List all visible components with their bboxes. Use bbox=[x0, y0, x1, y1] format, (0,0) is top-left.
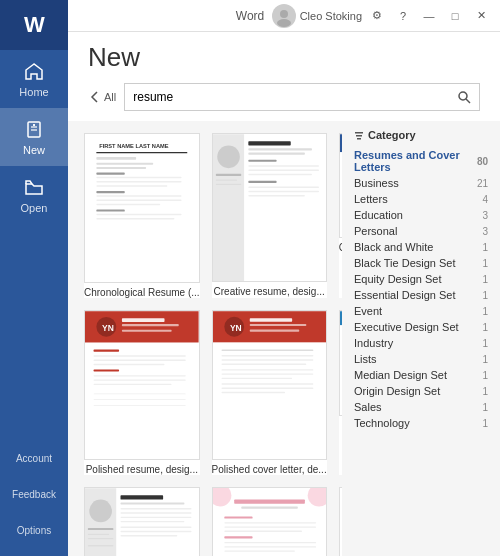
svg-rect-40 bbox=[248, 187, 319, 188]
svg-rect-31 bbox=[215, 184, 240, 185]
search-bar: All bbox=[88, 83, 480, 111]
category-item-event[interactable]: Event 1 bbox=[354, 303, 488, 319]
svg-rect-80 bbox=[249, 324, 306, 326]
svg-rect-34 bbox=[248, 153, 305, 155]
category-item-median[interactable]: Median Design Set 1 bbox=[354, 367, 488, 383]
svg-rect-32 bbox=[248, 141, 290, 145]
svg-rect-91 bbox=[221, 392, 285, 393]
template-card[interactable]: YN bbox=[212, 310, 327, 475]
svg-point-6 bbox=[277, 19, 291, 27]
page-header: New All bbox=[68, 32, 500, 121]
category-item-lists[interactable]: Lists 1 bbox=[354, 351, 488, 367]
svg-rect-130 bbox=[224, 522, 316, 523]
svg-rect-81 bbox=[249, 330, 298, 332]
template-name: Polished cover letter, de... bbox=[212, 464, 327, 475]
svg-rect-18 bbox=[96, 185, 167, 186]
category-name: Technology bbox=[354, 417, 410, 429]
back-button[interactable]: All bbox=[88, 90, 116, 104]
category-count: 1 bbox=[482, 386, 488, 397]
category-item-resumes[interactable]: Resumes and Cover Letters 80 bbox=[354, 147, 488, 175]
category-count: 1 bbox=[482, 258, 488, 269]
svg-rect-14 bbox=[96, 167, 146, 169]
user-avatar[interactable] bbox=[272, 4, 296, 28]
category-item-essential[interactable]: Essential Design Set 1 bbox=[354, 287, 488, 303]
svg-rect-39 bbox=[248, 181, 276, 183]
svg-rect-66 bbox=[94, 360, 186, 361]
template-thumbnail bbox=[84, 487, 200, 556]
template-thumbnail bbox=[212, 133, 327, 282]
category-item-origin[interactable]: Origin Design Set 1 bbox=[354, 383, 488, 399]
close-button[interactable]: ✕ bbox=[470, 5, 492, 27]
category-item-sales[interactable]: Sales 1 bbox=[354, 399, 488, 415]
svg-rect-28 bbox=[217, 146, 240, 169]
template-thumbnail bbox=[339, 133, 342, 238]
category-name: Black and White bbox=[354, 241, 433, 253]
svg-rect-9 bbox=[85, 134, 199, 282]
svg-rect-83 bbox=[221, 355, 313, 356]
category-name: Education bbox=[354, 209, 403, 221]
svg-rect-68 bbox=[94, 370, 120, 372]
category-item-executive[interactable]: Executive Design Set 1 bbox=[354, 319, 488, 335]
template-card[interactable]: Pink floral resume bbox=[212, 487, 327, 556]
category-count: 80 bbox=[477, 156, 488, 167]
templates-grid: FIRST NAME LAST NAME bbox=[68, 121, 342, 556]
category-item-bw[interactable]: Black and White 1 bbox=[354, 239, 488, 255]
template-card[interactable]: NAME HERE bbox=[339, 487, 342, 556]
category-item-blacktie[interactable]: Black Tie Design Set 1 bbox=[354, 255, 488, 271]
category-item-education[interactable]: Education 3 bbox=[354, 207, 488, 223]
category-item-personal[interactable]: Personal 3 bbox=[354, 223, 488, 239]
sidebar-item-home[interactable]: Home bbox=[0, 50, 68, 108]
settings-button[interactable]: ⚙ bbox=[366, 5, 388, 27]
category-count: 1 bbox=[482, 290, 488, 301]
svg-point-5 bbox=[280, 10, 288, 18]
svg-rect-133 bbox=[224, 537, 252, 539]
svg-rect-90 bbox=[221, 388, 313, 389]
template-thumbnail: YN bbox=[84, 310, 200, 460]
search-button[interactable] bbox=[457, 90, 471, 104]
page-title: New bbox=[88, 42, 480, 73]
titlebar-username: Cleo Stoking bbox=[300, 10, 362, 22]
minimize-button[interactable]: — bbox=[418, 5, 440, 27]
category-name: Resumes and Cover Letters bbox=[354, 149, 477, 173]
svg-rect-112 bbox=[88, 538, 114, 539]
category-count: 1 bbox=[482, 306, 488, 317]
svg-rect-92 bbox=[340, 311, 342, 414]
sidebar-account[interactable]: Account bbox=[0, 440, 68, 476]
sidebar-options[interactable]: Options bbox=[0, 512, 68, 548]
svg-rect-30 bbox=[215, 179, 236, 180]
svg-rect-119 bbox=[121, 521, 185, 522]
category-item-business[interactable]: Business 21 bbox=[354, 175, 488, 191]
template-card[interactable]: Creative resume, desig... bbox=[212, 133, 327, 298]
svg-rect-62 bbox=[122, 324, 179, 326]
category-name: Black Tie Design Set bbox=[354, 257, 456, 269]
svg-rect-128 bbox=[241, 507, 298, 509]
category-name: Letters bbox=[354, 193, 388, 205]
search-input[interactable] bbox=[133, 90, 457, 104]
template-card[interactable]: Creative cover letter, de... bbox=[84, 487, 200, 556]
category-item-letters[interactable]: Letters 4 bbox=[354, 191, 488, 207]
category-count: 1 bbox=[482, 402, 488, 413]
sidebar-item-open[interactable]: Open bbox=[0, 166, 68, 224]
category-item-industry[interactable]: Industry 1 bbox=[354, 335, 488, 351]
template-card[interactable]: FIRST NAME LAST NAME bbox=[84, 133, 200, 298]
template-thumbnail bbox=[212, 487, 327, 556]
svg-rect-79 bbox=[249, 318, 291, 322]
template-card[interactable]: YN bbox=[84, 310, 200, 475]
category-name: Sales bbox=[354, 401, 382, 413]
svg-rect-89 bbox=[221, 383, 313, 384]
svg-rect-115 bbox=[121, 503, 185, 505]
template-thumbnail bbox=[339, 310, 342, 415]
sidebar-item-new[interactable]: New bbox=[0, 108, 68, 166]
svg-rect-37 bbox=[248, 170, 319, 171]
template-name: Chronological Resume (... bbox=[84, 287, 200, 298]
help-button[interactable]: ? bbox=[392, 5, 414, 27]
svg-rect-70 bbox=[94, 380, 186, 381]
svg-rect-15 bbox=[96, 173, 124, 175]
category-item-equity[interactable]: Equity Design Set 1 bbox=[354, 271, 488, 287]
category-item-technology[interactable]: Technology 1 bbox=[354, 415, 488, 431]
sidebar: W Home New Open bbox=[0, 0, 68, 556]
svg-rect-24 bbox=[96, 214, 181, 215]
template-thumbnail: FIRST NAME LAST NAME bbox=[84, 133, 200, 283]
maximize-button[interactable]: □ bbox=[444, 5, 466, 27]
sidebar-feedback[interactable]: Feedback bbox=[0, 476, 68, 512]
